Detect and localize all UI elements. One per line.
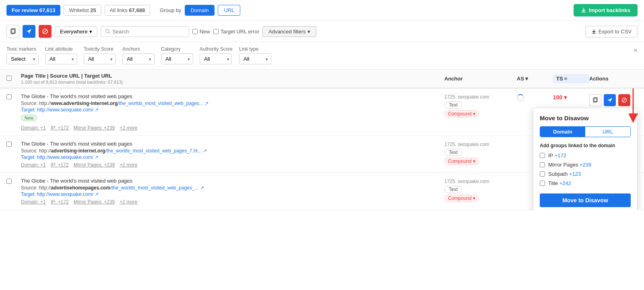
row1-source: Source: http://www.advertising-internet.…: [21, 101, 444, 106]
external-link-icon: ↗: [204, 101, 208, 106]
disavow-checkbox-mirror: Mirror Pages +239: [540, 162, 631, 168]
disavow-tab-url[interactable]: URL: [585, 127, 630, 137]
import-backlinks-btn[interactable]: Import backlinks: [574, 4, 638, 16]
row1-ip[interactable]: IP: +172: [51, 125, 69, 131]
row2-main: The Globe - The world's most visited web…: [21, 141, 444, 168]
import-icon: [581, 8, 586, 13]
row3-source-link[interactable]: /the_worlds_most_visited_web_pages_...: [110, 185, 198, 191]
block-icon-btn[interactable]: [39, 25, 52, 38]
row2-external-icon: ↗: [203, 148, 207, 154]
advanced-filters-btn[interactable]: Advanced filters ▾: [262, 26, 317, 37]
row2-more[interactable]: +2 more: [120, 162, 137, 168]
search-input[interactable]: [112, 29, 184, 35]
header-checkbox-cell: [6, 76, 21, 82]
row1-as-loading: [517, 94, 524, 101]
row1-new-badge: New: [21, 115, 444, 123]
disavow-tab-domain[interactable]: Domain: [540, 127, 585, 137]
close-advanced-filters-btn[interactable]: ×: [633, 46, 638, 55]
row3-more[interactable]: +2 more: [120, 199, 137, 205]
row1-mirror[interactable]: Mirror Pages: +239: [74, 125, 115, 131]
select-all-checkbox[interactable]: [6, 76, 12, 81]
tab-all-links[interactable]: All links 67,688: [105, 5, 150, 16]
copy-action-icon: [592, 97, 598, 103]
row1-ts-value[interactable]: 100 ▾: [553, 94, 567, 101]
disavow-move-btn[interactable]: Move to Disavow: [540, 193, 631, 207]
row1-source-link[interactable]: /the_worlds_most_visited_web_pages...: [118, 101, 203, 106]
target-link-icon: ↗: [95, 107, 99, 113]
row3-domain[interactable]: Domain: +1: [21, 199, 46, 205]
block-icon: [42, 28, 48, 35]
link-attribute-filter: Link attribute All: [45, 46, 77, 64]
disavow-mirror-checkbox[interactable]: [540, 162, 545, 167]
row2-source: Source: http://advertising-internet.org/…: [21, 148, 444, 154]
category-filter: Category All: [161, 46, 193, 64]
row3-checkbox[interactable]: [6, 179, 12, 184]
row2-mirror[interactable]: Mirror Pages: +239: [74, 162, 115, 168]
row2-source-link[interactable]: /the_worlds_most_visited_web_pages_7.ht.…: [105, 148, 201, 154]
row1-ts: 100 ▾: [553, 93, 589, 101]
row1-as: [517, 93, 553, 103]
header-main-col: Page Title | Source URL | Target URL 1-1…: [21, 73, 444, 84]
row2-checkbox[interactable]: [6, 142, 12, 147]
toxicity-score-select[interactable]: All: [84, 53, 116, 64]
table-header: Page Title | Source URL | Target URL 1-1…: [0, 70, 644, 88]
group-domain-btn[interactable]: Domain: [185, 5, 215, 16]
table-row: The Globe - The world's most visited web…: [0, 88, 644, 136]
row1-compound-badge[interactable]: Compound ▾: [444, 110, 479, 117]
header-as-col[interactable]: AS ▾: [517, 76, 553, 82]
row1-send-btn[interactable]: [604, 94, 616, 106]
link-type-filter: Link type All: [239, 46, 271, 64]
row1-more[interactable]: +2 more: [120, 125, 137, 131]
toxic-markers-select[interactable]: Select: [6, 53, 39, 64]
link-attribute-select[interactable]: All: [45, 53, 77, 64]
header-ts-col[interactable]: TS ≡: [553, 74, 589, 83]
link-type-select[interactable]: All: [239, 53, 271, 64]
send-action-icon: [607, 97, 613, 103]
row1-meta: Domain: +1 IP: +172 Mirror Pages: +239 +…: [21, 125, 444, 131]
row1-block-btn[interactable]: [618, 94, 630, 106]
row3-main: The Globe - The world's most visited web…: [21, 178, 444, 205]
table-container: The Globe - The world's most visited web…: [0, 88, 644, 210]
row2-anchor-source: 1725. seoquake.com: [444, 142, 517, 147]
authority-score-filter: Authority Score All: [200, 46, 233, 64]
row2-compound-badge[interactable]: Compound ▾: [444, 158, 479, 165]
row3-mirror[interactable]: Mirror Pages: +239: [74, 199, 115, 205]
send-icon-btn[interactable]: [23, 25, 35, 38]
everywhere-dropdown[interactable]: Everywhere ▾: [55, 26, 97, 37]
disavow-title-checkbox[interactable]: [540, 181, 545, 186]
disavow-ip-checkbox[interactable]: [540, 153, 545, 158]
new-checkbox[interactable]: [192, 29, 198, 34]
target-url-error-checkbox[interactable]: [213, 29, 219, 34]
row3-title: The Globe - The world's most visited web…: [21, 178, 444, 184]
svg-line-5: [108, 32, 109, 33]
row1-copy-btn[interactable]: [589, 94, 601, 106]
header-anchor-col: Anchor: [444, 76, 517, 82]
target-url-error-label[interactable]: Target URL error: [213, 29, 259, 35]
row1-checkbox[interactable]: [6, 94, 12, 99]
anchors-select[interactable]: All: [122, 53, 155, 64]
row3-ip[interactable]: IP: +172: [51, 199, 69, 205]
category-select[interactable]: All: [161, 53, 193, 64]
row1-domain[interactable]: Domain: +1: [21, 125, 46, 131]
disavow-subpath-checkbox[interactable]: [540, 171, 545, 177]
row2-domain[interactable]: Domain: +1: [21, 162, 46, 168]
search-box[interactable]: [101, 26, 189, 37]
new-checkbox-label[interactable]: New: [192, 29, 210, 35]
top-bar: For review 67,613 Whitelist 25 All links…: [0, 0, 644, 21]
row2-text-badge: Text: [444, 149, 462, 156]
row1-anchor-source: 1725. seoquake.com: [444, 94, 517, 100]
disavow-section-title: Add groups linked to the domain: [540, 143, 631, 148]
row3-source: Source: http://advertisehomepages.com/th…: [21, 185, 444, 191]
export-csv-btn[interactable]: Export to CSV: [585, 26, 638, 37]
group-url-btn[interactable]: URL: [218, 5, 240, 16]
copy-icon-btn[interactable]: [6, 25, 19, 38]
row2-ip[interactable]: IP: +172: [51, 162, 69, 168]
export-icon: [591, 29, 597, 34]
row1-text-badge: Text: [444, 101, 462, 109]
tab-for-review[interactable]: For review 67,613: [6, 5, 60, 16]
row3-anchor-source: 1725. seoquake.com: [444, 179, 517, 184]
tab-whitelist[interactable]: Whitelist 25: [64, 5, 101, 16]
row3-compound-badge[interactable]: Compound ▾: [444, 195, 479, 202]
disavow-checkbox-title: Title +242: [540, 180, 631, 186]
authority-score-select[interactable]: All: [200, 53, 232, 64]
